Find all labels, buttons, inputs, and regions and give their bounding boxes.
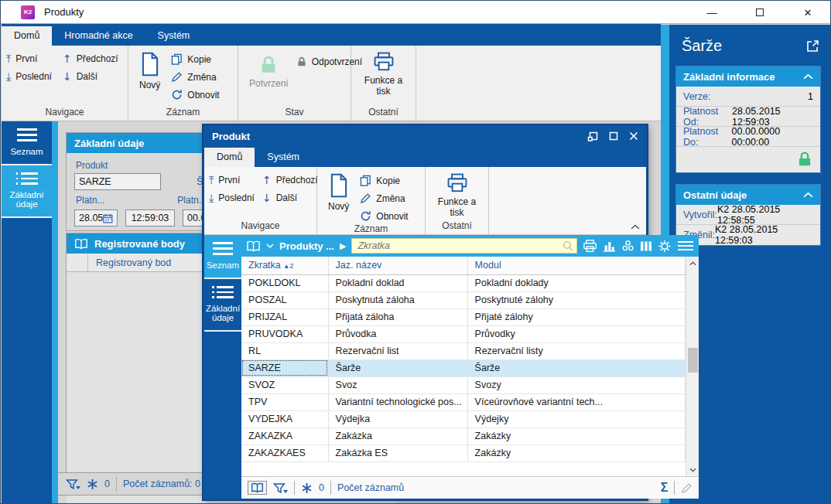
cell-jaz-nazev[interactable]: Šarže <box>328 359 467 376</box>
table-row[interactable]: SARZEŠaržeŠarže <box>241 359 686 376</box>
date-from-input[interactable]: 28.05 <box>74 209 118 226</box>
table-row[interactable]: PRIJZALPřijatá zálohaPřijaté zálohy <box>241 308 686 325</box>
cell-modul[interactable]: Víceúrovňové variantní tech... <box>467 393 686 410</box>
table-row[interactable]: SVOZSvozSvozy <box>241 376 686 393</box>
table-row[interactable]: VYDEJKAVýdejkaVýdejky <box>241 410 686 427</box>
prev-button[interactable]: ↑Předchozí <box>63 53 118 64</box>
chart-icon[interactable] <box>603 240 616 252</box>
cell-jaz-nazev[interactable]: Poskytnutá záloha <box>328 291 467 308</box>
table-row[interactable]: POSZALPoskytnutá zálohaPoskytnuté zálohy <box>241 291 686 308</box>
filter-icon[interactable] <box>66 478 80 490</box>
search-input[interactable] <box>357 240 563 251</box>
open-external-icon[interactable] <box>806 39 819 53</box>
cell-zkratka[interactable]: PRIJZAL <box>241 308 328 325</box>
sidebar-item-zakladni-udaje[interactable]: Základní údaje <box>2 165 52 218</box>
scroll-up-icon[interactable] <box>686 257 699 270</box>
cell-jaz-nazev[interactable]: Svoz <box>328 376 467 393</box>
cell-modul[interactable]: Pokladní doklady <box>467 274 686 291</box>
cell-zkratka[interactable]: TPV <box>241 393 328 410</box>
book-view-toggle[interactable] <box>248 481 267 495</box>
modal-copy-button[interactable]: Kopie <box>360 175 408 186</box>
modal-print-functions-button[interactable]: Funkce a tisk <box>430 170 484 218</box>
modal-sidebar-item-zakladni-udaje[interactable]: Základní údaje <box>204 279 241 332</box>
view-title[interactable]: Produkty ... <box>279 240 334 252</box>
cell-modul[interactable]: Poskytnuté zálohy <box>467 291 686 308</box>
cell-modul[interactable]: Zakázky <box>467 444 686 461</box>
settings-gear-icon[interactable] <box>658 240 672 253</box>
collapse-section-icon[interactable] <box>803 192 813 198</box>
table-row[interactable]: PRUVODKAPrůvodkaPrůvodky <box>241 325 686 342</box>
modal-maximize-icon[interactable] <box>609 131 618 141</box>
cell-zkratka[interactable]: POKLDOKL <box>241 274 328 291</box>
columns-icon[interactable] <box>640 240 652 252</box>
scroll-down-icon[interactable] <box>686 463 699 476</box>
cell-modul[interactable]: Průvodky <box>467 325 686 342</box>
refresh-button[interactable]: Obnovit <box>171 89 219 100</box>
table-row[interactable]: POKLDOKLPokladní dokladPokladní doklady <box>241 274 686 291</box>
pivot-icon[interactable] <box>621 240 634 252</box>
modal-tab-domu[interactable]: Domů <box>204 148 255 167</box>
table-row[interactable]: ZAKAZKAESZakázka ESZakázky <box>241 444 686 461</box>
table-row[interactable]: ZAKAZKAZakázkaZakázky <box>241 427 686 444</box>
modal-prev-button[interactable]: ↑Předchozí <box>262 175 318 186</box>
chevron-down-icon[interactable] <box>266 243 274 248</box>
cell-jaz-nazev[interactable]: Variantní technologické pos... <box>328 393 467 410</box>
sum-icon[interactable]: Σ <box>661 481 669 495</box>
vertical-scrollbar[interactable] <box>686 257 699 476</box>
tab-domu[interactable]: Domů <box>2 26 52 46</box>
book-icon[interactable] <box>246 240 261 252</box>
column-header-modul[interactable]: Modul <box>467 257 686 274</box>
cell-zkratka[interactable]: VYDEJKA <box>241 410 328 427</box>
print-functions-button[interactable]: Funkce a tisk <box>356 49 411 97</box>
new-button[interactable]: Nový <box>133 49 166 90</box>
modal-new-button[interactable]: Nový <box>322 170 355 212</box>
cell-modul[interactable]: Výdejky <box>467 410 686 427</box>
play-button[interactable]: ▶ <box>340 241 346 251</box>
changes-icon[interactable] <box>87 478 98 490</box>
table-row[interactable]: TPVVariantní technologické pos...Víceúro… <box>241 393 686 410</box>
close-button[interactable]: ✕ <box>784 1 831 24</box>
print-icon[interactable] <box>583 240 597 253</box>
collapse-section-icon[interactable] <box>803 73 813 80</box>
maximize-button[interactable] <box>736 1 784 24</box>
next-button[interactable]: ↓Další <box>63 71 118 82</box>
cell-modul[interactable]: Zakázky <box>467 427 686 444</box>
float-window-icon[interactable] <box>587 131 598 141</box>
tab-system[interactable]: Systém <box>145 26 203 46</box>
cell-jaz-nazev[interactable]: Pokladní doklad <box>328 274 467 291</box>
collapse-ribbon-icon[interactable] <box>631 224 640 230</box>
first-button[interactable]: ⤒První <box>6 53 52 64</box>
column-header-zkratka[interactable]: Zkratka ▲2 <box>241 257 328 274</box>
cell-zkratka[interactable]: RL <box>241 342 328 359</box>
copy-button[interactable]: Kopie <box>171 53 219 65</box>
modal-next-button[interactable]: ↓Další <box>262 192 318 203</box>
filter-icon[interactable] <box>273 482 288 494</box>
cell-jaz-nazev[interactable]: Výdejka <box>328 410 467 427</box>
changes-icon[interactable] <box>301 482 313 494</box>
cell-jaz-nazev[interactable]: Zakázka <box>328 427 467 444</box>
modal-tab-system[interactable]: Systém <box>255 148 312 167</box>
cell-modul[interactable]: Rezervační listy <box>467 342 686 359</box>
cell-zkratka[interactable]: SARZE <box>241 359 328 376</box>
cell-jaz-nazev[interactable]: Průvodka <box>328 325 467 342</box>
product-input[interactable]: SARZE <box>74 173 161 190</box>
scrollbar-thumb[interactable] <box>688 348 698 373</box>
cell-modul[interactable]: Šarže <box>467 359 686 376</box>
cell-jaz-nazev[interactable]: Rezervační list <box>328 342 467 359</box>
sidebar-item-seznam[interactable]: Seznam <box>2 121 52 165</box>
modal-sidebar-item-seznam[interactable]: Seznam <box>204 235 241 279</box>
tab-hromadne-akce[interactable]: Hromadné akce <box>52 26 145 46</box>
cell-zkratka[interactable]: ZAKAZKAES <box>241 444 328 461</box>
change-button[interactable]: Změna <box>171 71 219 83</box>
time-from-input[interactable]: 12:59:03 <box>125 209 175 226</box>
modal-last-button[interactable]: ⤓Poslední <box>209 192 255 203</box>
cell-zkratka[interactable]: PRUVODKA <box>241 325 328 342</box>
modal-close-icon[interactable] <box>629 131 638 141</box>
modal-refresh-button[interactable]: Obnovit <box>360 210 408 222</box>
modal-change-button[interactable]: Změna <box>360 192 408 204</box>
menu-icon[interactable] <box>677 240 694 251</box>
cell-modul[interactable]: Svozy <box>467 376 686 393</box>
modal-first-button[interactable]: ⤒První <box>209 175 255 186</box>
table-row[interactable]: RLRezervační listRezervační listy <box>241 342 686 359</box>
cell-zkratka[interactable]: ZAKAZKA <box>241 427 328 444</box>
